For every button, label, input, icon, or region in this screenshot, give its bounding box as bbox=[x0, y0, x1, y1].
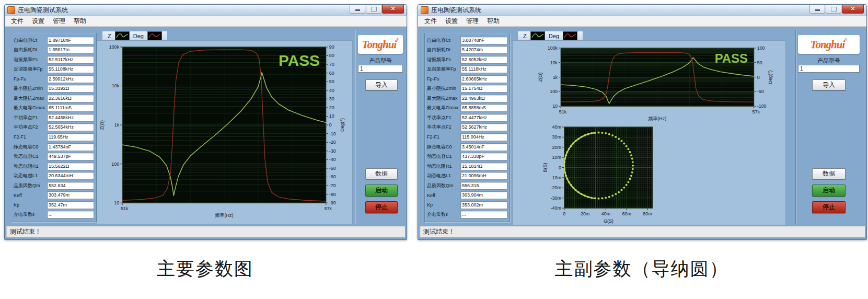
tonghui-logo: Tonghui ® bbox=[358, 35, 403, 54]
menu-item-4[interactable]: 帮助 bbox=[483, 16, 504, 27]
menu-item-1[interactable]: 文件 bbox=[420, 16, 441, 27]
z-wave-icon[interactable] bbox=[530, 31, 545, 40]
start-button[interactable]: 启动 bbox=[812, 185, 846, 197]
menu-item-4[interactable]: 帮助 bbox=[70, 16, 90, 27]
param-value-field[interactable]: ... bbox=[47, 211, 94, 218]
param-value-field[interactable]: 437.338pF bbox=[460, 153, 507, 160]
titlebar[interactable]: 压电陶瓷测试系统 ✕ bbox=[418, 5, 866, 16]
svg-text:20m: 20m bbox=[581, 211, 589, 216]
param-value-field[interactable]: 65.8858mS bbox=[460, 104, 507, 112]
import-button[interactable]: 导入 bbox=[365, 79, 398, 90]
param-value-field[interactable]: 55.1118kHz bbox=[460, 65, 507, 73]
param-value-field[interactable]: 15.3192Ω bbox=[47, 85, 94, 93]
svg-text:50: 50 bbox=[329, 79, 334, 84]
param-value-field[interactable]: 52.5654kHz bbox=[47, 123, 94, 131]
svg-text:100: 100 bbox=[111, 162, 119, 167]
tab-z-label[interactable]: Z bbox=[108, 33, 111, 39]
stop-button[interactable]: 停止 bbox=[812, 201, 846, 213]
param-value-field[interactable]: 353.002m bbox=[460, 201, 507, 209]
menu-item-2[interactable]: 设置 bbox=[28, 16, 49, 27]
minimize-button[interactable] bbox=[350, 5, 365, 14]
param-value-field[interactable]: 303.479m bbox=[47, 191, 94, 199]
param-value-field[interactable]: 15.1814Ω bbox=[460, 163, 507, 170]
svg-text:60m: 60m bbox=[622, 211, 631, 216]
param-label: 动态电感L1 bbox=[427, 172, 451, 179]
param-value-field[interactable]: 1.89718nF bbox=[47, 37, 94, 44]
param-value-field[interactable]: 15.5622Ω bbox=[47, 163, 94, 170]
param-value-field[interactable]: 119.65Hz bbox=[47, 133, 94, 141]
import-button[interactable]: 导入 bbox=[812, 79, 846, 90]
tab-deg-label[interactable]: Deg bbox=[133, 33, 144, 39]
param-value-field[interactable]: 3.45014nF bbox=[460, 143, 507, 151]
menu-item-1[interactable]: 文件 bbox=[7, 16, 28, 27]
svg-text:50: 50 bbox=[757, 60, 762, 65]
param-value-field[interactable]: 52.5052kHz bbox=[460, 56, 507, 64]
product-model-input[interactable] bbox=[798, 65, 860, 73]
param-value-field[interactable]: 352.47m bbox=[47, 201, 94, 209]
minimize-button[interactable] bbox=[809, 5, 825, 14]
param-value-field[interactable]: 2.59912kHz bbox=[47, 75, 94, 83]
z-wave-icon[interactable] bbox=[115, 31, 130, 40]
product-model-input[interactable] bbox=[358, 65, 403, 73]
deg-wave-icon[interactable] bbox=[147, 31, 162, 40]
menu-item-3[interactable]: 管理 bbox=[462, 16, 483, 27]
param-value-field[interactable]: 21.0096mH bbox=[460, 172, 507, 180]
param-value-field[interactable]: 303.904m bbox=[460, 191, 507, 199]
tab-z-label[interactable]: Z bbox=[523, 33, 527, 39]
admittance-point bbox=[615, 193, 617, 195]
param-value-field[interactable]: 552.634 bbox=[47, 182, 94, 190]
maximize-button[interactable] bbox=[366, 5, 381, 14]
param-label: 最大电导Gmax bbox=[14, 105, 45, 111]
param-value-field[interactable]: 20.6344mH bbox=[47, 172, 94, 180]
param-value-field[interactable]: 556.315 bbox=[460, 182, 507, 190]
param-value-field[interactable]: 22.4963kΩ bbox=[460, 95, 507, 102]
deg-wave-icon[interactable] bbox=[563, 31, 577, 40]
app-window-main-params: 压电陶瓷测试系统 ✕ 文件设置管理帮助 自由电容Ct1.89718nF自由损耗D… bbox=[4, 4, 407, 240]
param-value-field[interactable]: 52.4477kHz bbox=[460, 114, 507, 122]
param-value-field[interactable]: 115.004Hz bbox=[460, 133, 507, 141]
admittance-point bbox=[584, 194, 586, 197]
tab-deg-label[interactable]: Deg bbox=[549, 33, 559, 39]
param-value-field[interactable]: 5.42074m bbox=[460, 46, 507, 54]
param-value-field[interactable]: 3.88748nF bbox=[460, 37, 507, 44]
param-row: 品质因数Qm552.634 bbox=[14, 181, 94, 190]
param-value-field[interactable]: ... bbox=[460, 211, 507, 218]
param-value-field[interactable]: 52.5117kHz bbox=[47, 56, 94, 64]
close-button[interactable]: ✕ bbox=[842, 5, 864, 14]
admittance-point bbox=[564, 158, 566, 160]
param-value-field[interactable]: 52.5627kHz bbox=[460, 123, 507, 131]
param-value-field[interactable]: 52.4458kHz bbox=[47, 114, 94, 122]
data-button[interactable]: 数据 bbox=[812, 168, 846, 179]
data-button[interactable]: 数据 bbox=[365, 168, 398, 179]
maximize-button[interactable] bbox=[826, 5, 841, 14]
param-label: 自由损耗Dt bbox=[14, 47, 37, 53]
param-value-field[interactable]: 1.43784nF bbox=[47, 143, 94, 151]
param-value-field[interactable]: 2.60665kHz bbox=[460, 75, 507, 83]
client-area: 自由电容Ct3.88748nF自由损耗Dt5.42074m谐振频率Fs52.50… bbox=[418, 27, 866, 239]
menu-item-2[interactable]: 设置 bbox=[441, 16, 462, 27]
admittance-point bbox=[584, 134, 586, 136]
param-label: Kp bbox=[427, 202, 433, 208]
param-value-field[interactable]: 1.65617m bbox=[47, 46, 94, 54]
stop-button[interactable]: 停止 bbox=[365, 201, 398, 213]
impedance-phase-chart: PASS100k10k1k10010100500-50-10051k57k频率(… bbox=[512, 40, 786, 124]
admittance-point bbox=[620, 189, 622, 191]
admittance-point bbox=[626, 184, 628, 186]
param-row: 谐振频率Fs52.5117kHz bbox=[14, 55, 94, 64]
titlebar[interactable]: 压电陶瓷测试系统 ✕ bbox=[5, 5, 407, 16]
param-row: 半功率点F252.5654kHz bbox=[14, 123, 94, 132]
param-value-field[interactable]: 22.3616kΩ bbox=[47, 95, 94, 102]
svg-text:-20: -20 bbox=[329, 140, 336, 145]
param-value-field[interactable]: 15.1754Ω bbox=[460, 85, 507, 93]
param-row: 最小阻抗Zmin15.1754Ω bbox=[427, 85, 507, 93]
param-row: 介电常数ε... bbox=[14, 211, 94, 219]
menu-item-3[interactable]: 管理 bbox=[49, 16, 70, 27]
start-button[interactable]: 启动 bbox=[365, 185, 398, 197]
admittance-point bbox=[563, 168, 565, 170]
param-value-field[interactable]: 449.537pF bbox=[47, 153, 94, 160]
app-icon bbox=[421, 6, 429, 14]
param-value-field[interactable]: 55.1108kHz bbox=[47, 65, 94, 73]
param-row: 谐振频率Fs52.5052kHz bbox=[427, 55, 507, 64]
param-value-field[interactable]: 65.1111mS bbox=[47, 104, 94, 112]
close-button[interactable]: ✕ bbox=[382, 5, 404, 14]
